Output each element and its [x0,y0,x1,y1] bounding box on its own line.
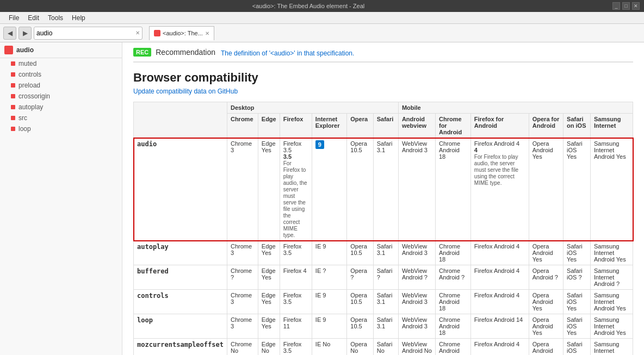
back-button[interactable]: ◀ [3,27,16,40]
edge-cell: EdgeYes [258,265,280,290]
sidebar-dot-icon [11,116,15,120]
safari-cell: Safari ? [373,265,398,290]
firefox-header: Firefox [280,114,312,138]
html5-title: Recommendation [156,48,215,57]
opera-android-cell: Opera Android Yes [529,241,563,265]
ie-cell: IE ? [312,265,346,290]
section-heading: Browser compatibility [133,71,633,85]
desktop-group-header: Desktop [227,102,398,114]
android-webview-header: Android webview [398,114,435,138]
firefox-cell: Firefox 3.5 [280,339,312,356]
search-input[interactable] [36,29,135,37]
samsung-internet-cell: Samsung Internet Android ? [590,265,633,290]
title-bar: <audio>: The Embed Audio element - Zeal … [0,0,644,12]
main-layout: audio muted controls preload crossorigin… [0,42,644,355]
sidebar-item-muted[interactable]: muted [0,58,122,69]
close-button[interactable]: ✕ [632,2,640,10]
firefox-android-cell: Firefox Android 4 [470,265,529,290]
menu-tools[interactable]: Tools [44,14,67,22]
opera-header: Opera [347,114,373,138]
content-area: REC Recommendation The definition of '<a… [122,42,644,355]
chrome-cell: Chrome ? [227,265,258,290]
sidebar-label-controls: controls [18,71,41,78]
update-link[interactable]: Update compatibility data on GitHub [133,88,633,95]
opera-cell: Opera 10.5 [347,138,373,241]
chrome-android-cell: Chrome Android 18 [435,314,470,339]
firefox-android-cell: Firefox Android 4 [470,290,529,314]
firefox-cell: Firefox 11 [280,314,312,339]
tab-html-icon [154,30,160,36]
chrome-android-cell: Chrome Android ? [435,265,470,290]
chrome-android-header: Chrome for Android [435,114,470,138]
safari-cell: Safari 3.1 [373,290,398,314]
firefox-cell: Firefox 4 [280,265,312,290]
android-webview-cell: WebView Android 3 [398,138,435,241]
samsung-internet-cell: Samsung Internet Android Yes [590,314,633,339]
safari-ios-cell: Safari iOS Yes [564,314,591,339]
opera-android-cell: Opera Android Yes [529,290,563,314]
html5-spec-link[interactable]: The definition of '<audio>' in that spec… [221,49,354,57]
mobile-group-header: Mobile [398,102,633,114]
firefox-cell: Firefox 3.5 [280,290,312,314]
sidebar-label-muted: muted [18,60,36,67]
android-webview-cell: WebView Android 3 [398,314,435,339]
opera-android-cell: Opera Android Yes [529,138,563,241]
feature-cell: audio [134,138,227,241]
safari-ios-cell: Safari iOS Yes [564,290,591,314]
feature-cell: mozcurrentsampleoffset [134,339,227,356]
android-webview-cell: WebView Android No [398,339,435,356]
opera-cell: Opera 10.5 [347,241,373,265]
sidebar-item-loop[interactable]: loop [0,123,122,134]
rec-badge: REC [133,48,151,57]
ie-cell: IE No [312,339,346,356]
chrome-cell: Chrome 3 [227,290,258,314]
sidebar-item-src[interactable]: src [0,113,122,123]
sidebar-item-preload[interactable]: preload [0,80,122,91]
menu-edit[interactable]: Edit [23,14,44,22]
sidebar-dot-icon [11,83,15,88]
maximize-button[interactable]: □ [622,2,630,10]
sidebar-dot-icon [11,94,15,98]
html5-section: REC Recommendation The definition of '<a… [133,48,633,63]
sidebar-title: audio [16,46,34,54]
sidebar-item-controls[interactable]: controls [0,69,122,80]
samsung-internet-header: Samsung Internet [590,114,633,138]
feature-header [134,102,227,138]
ie-cell: 9 [312,138,346,241]
ie-cell: IE 9 [312,290,346,314]
compat-table: Desktop Mobile Chrome Edge Firefox Inter… [133,102,633,355]
edge-cell: EdgeNo [258,339,280,356]
chrome-header: Chrome [227,114,258,138]
sidebar-dot-icon [11,61,15,66]
opera-android-header: Opera for Android [529,114,563,138]
tab-close-icon[interactable]: ✕ [205,30,209,36]
safari-ios-cell: Safari iOS ? [564,265,591,290]
active-tab[interactable]: <audio>: The... ✕ [149,26,214,40]
samsung-internet-cell: Samsung Internet Android [590,339,633,356]
sidebar-label-crossorigin: crossorigin [18,92,50,100]
window-title: <audio>: The Embed Audio element - Zeal [4,3,612,9]
sidebar-dot-icon [11,105,15,109]
chrome-android-cell: Chrome Android 18 [435,290,470,314]
sidebar-item-autoplay[interactable]: autoplay [0,102,122,113]
feature-cell: loop [134,314,227,339]
search-box[interactable]: ✕ [34,27,143,40]
sidebar-item-crossorigin[interactable]: crossorigin [0,91,122,102]
sidebar: audio muted controls preload crossorigin… [0,42,122,355]
chrome-cell: Chrome 3 [227,314,258,339]
forward-button[interactable]: ▶ [18,27,32,40]
menu-help[interactable]: Help [67,14,90,22]
edge-cell: EdgeYes [258,290,280,314]
opera-cell: Opera 10.5 [347,290,373,314]
minimize-button[interactable]: _ [612,2,620,10]
samsung-internet-cell: Samsung Internet Android Yes [590,241,633,265]
firefox-cell: Firefox 3.5 [280,241,312,265]
window-controls[interactable]: _ □ ✕ [612,2,640,10]
opera-android-cell: Opera Android Yes [529,314,563,339]
edge-header: Edge [258,114,280,138]
sidebar-label-loop: loop [18,125,31,133]
table-row: audioChrome 3EdgeYesFirefox 3.53.5For Fi… [134,138,633,241]
edge-cell: EdgeYes [258,314,280,339]
search-clear-icon[interactable]: ✕ [135,30,140,36]
menu-file[interactable]: File [4,14,23,22]
